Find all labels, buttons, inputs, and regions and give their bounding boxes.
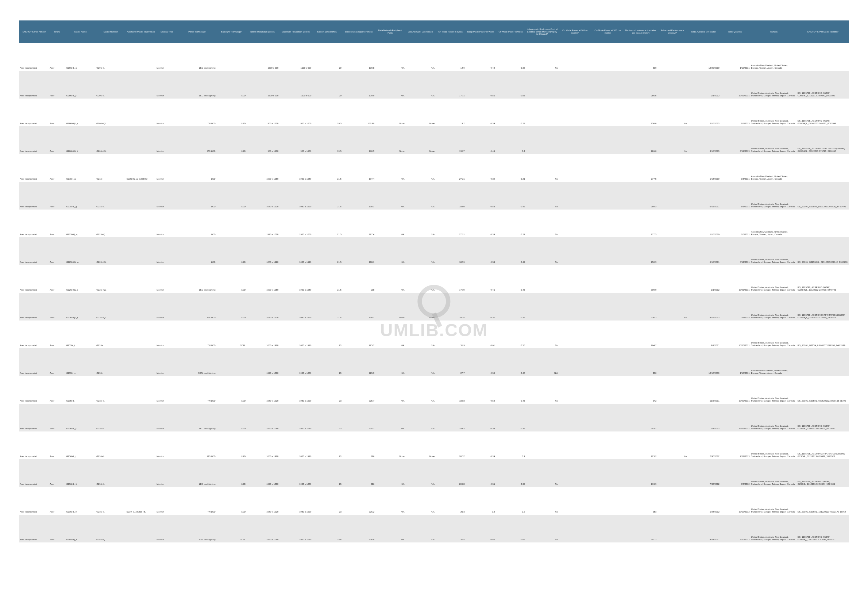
cell: CCFL backlighting bbox=[178, 515, 216, 542]
col-17: Is Automatic Brightness Control Enabled … bbox=[526, 20, 559, 43]
cell: 12/18/2009 bbox=[687, 348, 720, 376]
cell: 1080 x 1920 bbox=[279, 376, 312, 404]
cell: Acer Incorporated bbox=[19, 126, 49, 154]
cell: N/A bbox=[375, 43, 405, 71]
cell bbox=[797, 348, 849, 376]
cell bbox=[559, 71, 591, 99]
cell: 8/20/2012 bbox=[720, 515, 750, 542]
cell: 27.7 bbox=[435, 348, 465, 376]
cell bbox=[591, 432, 624, 459]
cell: 14.9 bbox=[435, 43, 465, 71]
cell: ES_20101_G236HL_12122012140902_73 16964 bbox=[797, 487, 849, 515]
cell: Acer Incorporated bbox=[19, 210, 49, 237]
cell: 20 bbox=[312, 43, 342, 71]
cell: 0.29 bbox=[496, 99, 526, 126]
cell: G206HL_x bbox=[66, 43, 96, 71]
col-21: Enhanced-Performance Display?² bbox=[657, 20, 687, 43]
cell: G235H_t bbox=[66, 320, 96, 348]
cell: 1920 x 1080 bbox=[279, 154, 312, 182]
cell: 300 bbox=[624, 43, 657, 71]
cell: ES_1105798_ACER INCORPORATED (286040) | … bbox=[797, 126, 849, 154]
cell: 225.9 bbox=[342, 348, 375, 376]
cell: G245HQ_t bbox=[66, 515, 96, 542]
cell: LCD bbox=[178, 154, 216, 182]
cell: LED bbox=[216, 404, 246, 432]
cell: Acer bbox=[49, 404, 66, 432]
col-19: On Mode Power at 300 Lux (watts) bbox=[591, 20, 624, 43]
cell bbox=[657, 43, 687, 71]
cell bbox=[559, 459, 591, 487]
table-row: Acer IncorporatedAcerG245HQ_tG245HQMonit… bbox=[19, 515, 849, 542]
col-6: Panel Technology bbox=[178, 20, 216, 43]
cell: 0.56 bbox=[465, 71, 496, 99]
cell: 0.42 bbox=[496, 182, 526, 210]
col-0: ENERGY STAR Partner bbox=[19, 20, 49, 43]
cell: 1/5/2011 bbox=[720, 154, 750, 182]
table-row: Acer IncorporatedAcerG236HL_vG236HLS230H… bbox=[19, 487, 849, 515]
cell: 0.33 bbox=[496, 43, 526, 71]
cell: LED bbox=[216, 376, 246, 404]
cell: N/A bbox=[405, 459, 436, 487]
cell: 1920 x 1080 bbox=[246, 210, 279, 237]
cell: 225.7 bbox=[342, 404, 375, 432]
cell: 31.9 bbox=[435, 320, 465, 348]
cell: 1920 x 1080 bbox=[246, 515, 279, 542]
cell: Monitor bbox=[156, 265, 178, 293]
cell: 0.39 bbox=[465, 154, 496, 182]
cell: G235HL bbox=[66, 376, 96, 404]
cell: 17.39 bbox=[435, 265, 465, 293]
cell: 12/21/2011 bbox=[720, 265, 750, 293]
col-4: Additional Model Information bbox=[126, 20, 156, 43]
cell: Acer Incorporated bbox=[19, 348, 49, 376]
cell bbox=[126, 182, 156, 210]
cell: CCFL bbox=[216, 320, 246, 348]
cell: 226 bbox=[342, 459, 375, 487]
cell: N/A bbox=[375, 71, 405, 99]
cell: 6/15/2011 bbox=[687, 237, 720, 265]
cell: 1920 x 1080 bbox=[279, 459, 312, 487]
cell: United States, Australia, New Zealand, S… bbox=[750, 182, 797, 210]
cell bbox=[657, 210, 687, 237]
cell: None bbox=[405, 293, 436, 320]
cell: 23 bbox=[312, 432, 342, 459]
cell: Australia/New Zealand, United States, Eu… bbox=[750, 348, 797, 376]
cell: 1/18/2010 bbox=[687, 154, 720, 182]
cell bbox=[657, 320, 687, 348]
cell bbox=[591, 293, 624, 320]
cell: Australia/New Zealand, United States, Eu… bbox=[750, 154, 797, 182]
cell: 18.88 bbox=[435, 376, 465, 404]
cell: No bbox=[526, 515, 559, 542]
cell bbox=[559, 515, 591, 542]
cell: No bbox=[526, 376, 559, 404]
col-22: Date Available On Market bbox=[687, 20, 720, 43]
col-5: Display Type bbox=[156, 20, 178, 43]
cell: Acer bbox=[49, 432, 66, 459]
cell: N/A bbox=[375, 265, 405, 293]
cell: ES_20101_G235HL_02082013222730_66 31705 bbox=[797, 376, 849, 404]
cell: 1080 x 1920 bbox=[279, 237, 312, 265]
cell: 0.38 bbox=[465, 404, 496, 432]
cell: 291.2 bbox=[624, 515, 657, 542]
col-18: On Mode Power at 10 Lux (watts)¹ bbox=[559, 20, 591, 43]
cell bbox=[126, 348, 156, 376]
cell bbox=[657, 515, 687, 542]
cell: 1080 x 1920 bbox=[246, 320, 279, 348]
cell bbox=[559, 99, 591, 126]
cell bbox=[559, 348, 591, 376]
cell: G206HQL bbox=[96, 99, 126, 126]
cell bbox=[797, 43, 849, 71]
table-header-row: ENERGY STAR PartnerBrandModel NameModel … bbox=[19, 20, 849, 43]
cell bbox=[591, 320, 624, 348]
table-row: Acer IncorporatedAcerG215H_qG215HG225HQ_… bbox=[19, 154, 849, 182]
cell: G236HL_v bbox=[66, 487, 96, 515]
cell: 1600 x 900 bbox=[246, 71, 279, 99]
cell bbox=[591, 182, 624, 210]
cell bbox=[126, 404, 156, 432]
cell: 0.46 bbox=[465, 265, 496, 293]
cell: N/A bbox=[375, 487, 405, 515]
cell: 1600 x 900 bbox=[279, 71, 312, 99]
cell: ES_1105798_ACER INC (06040) | G236HL_020… bbox=[797, 404, 849, 432]
cell: N/A bbox=[405, 43, 436, 71]
cell: None bbox=[405, 126, 436, 154]
cell: Acer bbox=[49, 348, 66, 376]
